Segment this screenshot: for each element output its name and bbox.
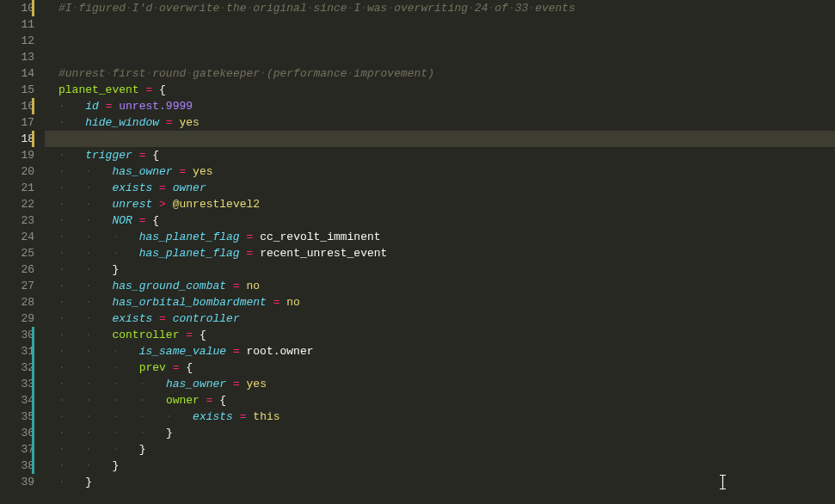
- line-number: 34: [0, 392, 34, 409]
- line-number-gutter: 1011121314151617181920212223242526272829…: [0, 0, 45, 504]
- code-line[interactable]: · hide_window = yes: [45, 114, 835, 131]
- text-caret: [722, 475, 723, 489]
- line-number: 19: [0, 147, 34, 163]
- line-number: 10: [0, 0, 34, 16]
- line-number: 33: [0, 376, 34, 392]
- modification-marker: [32, 327, 34, 343]
- code-line[interactable]: · · NOR = {: [45, 212, 835, 229]
- line-number: 38: [0, 458, 34, 474]
- code-line[interactable]: · · · prev = {: [45, 360, 835, 376]
- code-line[interactable]: · · has_orbital_bombardment = no: [45, 294, 835, 310]
- line-number: 35: [0, 409, 34, 425]
- code-line[interactable]: #I·figured·I'd·overwrite·the·original·si…: [45, 0, 835, 16]
- code-line[interactable]: #unrest·first·round·gatekeeper·(performa…: [45, 65, 835, 82]
- line-number: 23: [0, 212, 34, 229]
- code-line[interactable]: · · has_ground_combat = no: [45, 278, 835, 294]
- line-number: 17: [0, 114, 34, 131]
- line-number: 32: [0, 360, 34, 376]
- modification-marker: [32, 392, 34, 409]
- code-editor[interactable]: 1011121314151617181920212223242526272829…: [0, 0, 835, 504]
- code-line[interactable]: · · controller = {: [45, 327, 835, 343]
- code-area[interactable]: #I·figured·I'd·overwrite·the·original·si…: [45, 0, 835, 504]
- code-line[interactable]: · · unrest > @unrestlevel2: [45, 196, 835, 212]
- code-line[interactable]: planet_event = {: [45, 82, 835, 98]
- line-number: 25: [0, 245, 34, 261]
- modification-marker: [32, 376, 34, 392]
- code-line[interactable]: · id = unrest.9999: [45, 98, 835, 114]
- code-line[interactable]: · · · has_planet_flag = recent_unrest_ev…: [45, 245, 835, 261]
- line-number: 13: [0, 49, 34, 65]
- code-line[interactable]: · · · · · exists = this: [45, 409, 835, 425]
- line-number: 39: [0, 474, 34, 490]
- line-number: 15: [0, 82, 34, 98]
- code-line[interactable]: [45, 16, 835, 33]
- code-line[interactable]: · }: [45, 474, 835, 490]
- code-line[interactable]: ·: [45, 131, 835, 147]
- code-line[interactable]: [45, 33, 835, 49]
- modification-marker: [32, 425, 34, 441]
- line-number: 30: [0, 327, 34, 343]
- code-line[interactable]: · · exists = owner: [45, 180, 835, 196]
- line-number: 36: [0, 425, 34, 441]
- code-line[interactable]: [45, 49, 835, 65]
- line-number: 24: [0, 229, 34, 245]
- modification-marker: [32, 409, 34, 425]
- line-number: 18: [0, 131, 34, 147]
- modification-marker: [32, 131, 34, 147]
- modification-marker: [32, 458, 34, 474]
- code-line[interactable]: · · · · has_owner = yes: [45, 376, 835, 392]
- line-number: 20: [0, 163, 34, 180]
- line-number: 27: [0, 278, 34, 294]
- line-number: 26: [0, 261, 34, 278]
- code-line[interactable]: · · · }: [45, 441, 835, 458]
- modification-marker: [32, 0, 34, 16]
- line-number: 28: [0, 294, 34, 310]
- modification-marker: [32, 360, 34, 376]
- line-number: 31: [0, 343, 34, 360]
- code-line[interactable]: · · exists = controller: [45, 310, 835, 327]
- modification-marker: [32, 343, 34, 360]
- line-number: 12: [0, 33, 34, 49]
- code-line[interactable]: · · · has_planet_flag = cc_revolt_immine…: [45, 229, 835, 245]
- code-line[interactable]: · trigger = {: [45, 147, 835, 163]
- line-number: 21: [0, 180, 34, 196]
- line-number: 14: [0, 65, 34, 82]
- code-line[interactable]: · · has_owner = yes: [45, 163, 835, 180]
- line-number: 22: [0, 196, 34, 212]
- line-number: 37: [0, 441, 34, 458]
- modification-marker: [32, 441, 34, 458]
- line-number: 16: [0, 98, 34, 114]
- code-line[interactable]: · · · · owner = {: [45, 392, 835, 409]
- code-line[interactable]: · · · · }: [45, 425, 835, 441]
- code-line[interactable]: · · · is_same_value = root.owner: [45, 343, 835, 360]
- code-line[interactable]: · · }: [45, 261, 835, 278]
- code-line[interactable]: · · }: [45, 458, 835, 474]
- line-number: 11: [0, 16, 34, 33]
- modification-marker: [32, 98, 34, 114]
- line-number: 29: [0, 310, 34, 327]
